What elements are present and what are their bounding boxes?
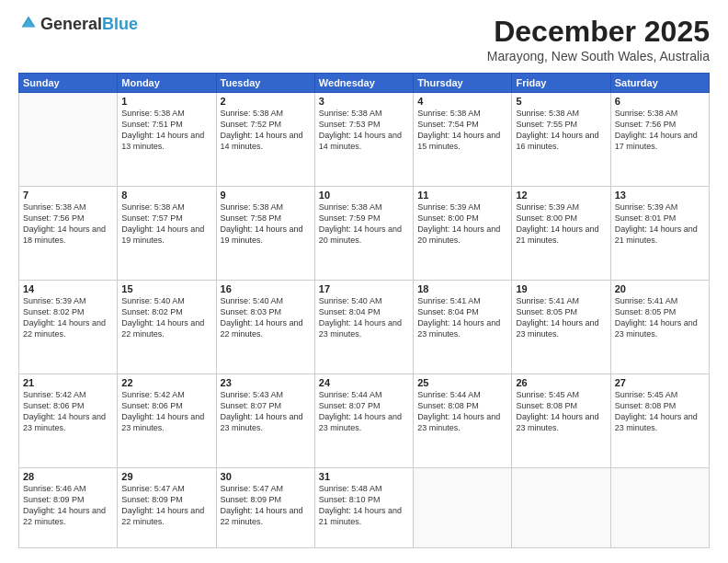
location: Marayong, New South Wales, Australia <box>487 49 710 63</box>
weekday-header-monday: Monday <box>118 74 216 93</box>
day-info: Sunrise: 5:38 AMSunset: 7:54 PMDaylight:… <box>417 108 507 153</box>
calendar-cell: 9Sunrise: 5:38 AMSunset: 7:58 PMDaylight… <box>216 186 314 280</box>
day-number: 4 <box>417 96 507 107</box>
calendar-cell: 5Sunrise: 5:38 AMSunset: 7:55 PMDaylight… <box>512 93 610 187</box>
day-info: Sunrise: 5:38 AMSunset: 7:51 PMDaylight:… <box>121 108 211 153</box>
day-number: 19 <box>516 283 606 294</box>
weekday-header-saturday: Saturday <box>610 74 709 93</box>
weekday-header-wednesday: Wednesday <box>314 74 413 93</box>
calendar-cell: 25Sunrise: 5:44 AMSunset: 8:08 PMDayligh… <box>414 373 512 467</box>
day-info: Sunrise: 5:39 AMSunset: 8:00 PMDaylight:… <box>417 201 507 247</box>
day-number: 2 <box>221 96 311 107</box>
calendar-cell: 22Sunrise: 5:42 AMSunset: 8:06 PMDayligh… <box>118 373 216 467</box>
calendar-cell: 2Sunrise: 5:38 AMSunset: 7:52 PMDaylight… <box>216 93 314 187</box>
day-number: 6 <box>615 96 705 107</box>
calendar-cell: 24Sunrise: 5:44 AMSunset: 8:07 PMDayligh… <box>314 373 413 467</box>
day-info: Sunrise: 5:46 AMSunset: 8:09 PMDaylight:… <box>23 483 113 528</box>
week-row-3: 14Sunrise: 5:39 AMSunset: 8:02 PMDayligh… <box>19 280 710 373</box>
day-number: 10 <box>319 190 409 201</box>
calendar-cell: 13Sunrise: 5:39 AMSunset: 8:01 PMDayligh… <box>610 186 709 280</box>
logo-general-text: General <box>40 15 102 33</box>
day-number: 21 <box>23 377 113 388</box>
day-number: 17 <box>319 283 409 294</box>
day-info: Sunrise: 5:42 AMSunset: 8:06 PMDaylight:… <box>121 389 211 434</box>
day-info: Sunrise: 5:38 AMSunset: 7:56 PMDaylight:… <box>615 108 705 153</box>
logo: GeneralBlue <box>18 15 138 35</box>
calendar-cell: 6Sunrise: 5:38 AMSunset: 7:56 PMDaylight… <box>610 93 709 187</box>
calendar-header-row: SundayMondayTuesdayWednesdayThursdayFrid… <box>19 74 710 93</box>
calendar-cell: 27Sunrise: 5:45 AMSunset: 8:08 PMDayligh… <box>610 373 709 467</box>
day-info: Sunrise: 5:38 AMSunset: 7:58 PMDaylight:… <box>221 201 311 247</box>
calendar-cell: 21Sunrise: 5:42 AMSunset: 8:06 PMDayligh… <box>19 373 118 467</box>
day-info: Sunrise: 5:41 AMSunset: 8:05 PMDaylight:… <box>615 295 705 340</box>
calendar-cell: 8Sunrise: 5:38 AMSunset: 7:57 PMDaylight… <box>118 186 216 280</box>
calendar-cell: 29Sunrise: 5:47 AMSunset: 8:09 PMDayligh… <box>118 467 216 547</box>
calendar-cell: 1Sunrise: 5:38 AMSunset: 7:51 PMDaylight… <box>118 93 216 187</box>
logo-blue-text: Blue <box>102 15 138 33</box>
day-info: Sunrise: 5:40 AMSunset: 8:04 PMDaylight:… <box>319 295 409 340</box>
day-info: Sunrise: 5:38 AMSunset: 7:52 PMDaylight:… <box>221 108 311 153</box>
header: GeneralBlue December 2025 Marayong, New … <box>18 15 710 63</box>
week-row-5: 28Sunrise: 5:46 AMSunset: 8:09 PMDayligh… <box>19 467 710 547</box>
day-number: 31 <box>319 471 409 482</box>
day-info: Sunrise: 5:44 AMSunset: 8:08 PMDaylight:… <box>417 389 507 434</box>
day-info: Sunrise: 5:40 AMSunset: 8:02 PMDaylight:… <box>121 295 211 340</box>
day-number: 15 <box>121 283 211 294</box>
calendar-cell <box>512 467 610 547</box>
day-info: Sunrise: 5:47 AMSunset: 8:09 PMDaylight:… <box>121 483 211 528</box>
calendar-cell: 18Sunrise: 5:41 AMSunset: 8:04 PMDayligh… <box>414 280 512 373</box>
day-info: Sunrise: 5:44 AMSunset: 8:07 PMDaylight:… <box>319 389 409 434</box>
day-info: Sunrise: 5:41 AMSunset: 8:05 PMDaylight:… <box>516 295 606 340</box>
day-number: 18 <box>417 283 507 294</box>
calendar-cell: 10Sunrise: 5:38 AMSunset: 7:59 PMDayligh… <box>314 186 413 280</box>
day-number: 26 <box>516 377 606 388</box>
day-info: Sunrise: 5:38 AMSunset: 7:56 PMDaylight:… <box>23 201 113 247</box>
day-number: 29 <box>121 471 211 482</box>
calendar-cell: 11Sunrise: 5:39 AMSunset: 8:00 PMDayligh… <box>414 186 512 280</box>
day-number: 3 <box>319 96 409 107</box>
day-number: 25 <box>417 377 507 388</box>
month-title: December 2025 <box>487 15 710 49</box>
day-number: 7 <box>23 190 113 201</box>
day-info: Sunrise: 5:47 AMSunset: 8:09 PMDaylight:… <box>221 483 311 528</box>
day-number: 14 <box>23 283 113 294</box>
page: GeneralBlue December 2025 Marayong, New … <box>0 0 728 563</box>
day-number: 30 <box>221 471 311 482</box>
calendar-cell <box>19 93 118 187</box>
calendar-cell: 3Sunrise: 5:38 AMSunset: 7:53 PMDaylight… <box>314 93 413 187</box>
day-info: Sunrise: 5:38 AMSunset: 7:53 PMDaylight:… <box>319 108 409 153</box>
day-info: Sunrise: 5:38 AMSunset: 7:57 PMDaylight:… <box>121 201 211 247</box>
calendar-cell: 12Sunrise: 5:39 AMSunset: 8:00 PMDayligh… <box>512 186 610 280</box>
day-info: Sunrise: 5:38 AMSunset: 7:59 PMDaylight:… <box>319 201 409 247</box>
logo-icon <box>20 15 37 31</box>
calendar-cell: 16Sunrise: 5:40 AMSunset: 8:03 PMDayligh… <box>216 280 314 373</box>
week-row-2: 7Sunrise: 5:38 AMSunset: 7:56 PMDaylight… <box>19 186 710 280</box>
calendar-table: SundayMondayTuesdayWednesdayThursdayFrid… <box>18 73 710 548</box>
weekday-header-thursday: Thursday <box>414 74 512 93</box>
day-number: 9 <box>221 190 311 201</box>
day-number: 5 <box>516 96 606 107</box>
day-info: Sunrise: 5:39 AMSunset: 8:02 PMDaylight:… <box>23 295 113 340</box>
day-number: 22 <box>121 377 211 388</box>
day-number: 28 <box>23 471 113 482</box>
day-info: Sunrise: 5:45 AMSunset: 8:08 PMDaylight:… <box>615 389 705 434</box>
day-info: Sunrise: 5:38 AMSunset: 7:55 PMDaylight:… <box>516 108 606 153</box>
day-info: Sunrise: 5:45 AMSunset: 8:08 PMDaylight:… <box>516 389 606 434</box>
calendar-cell: 14Sunrise: 5:39 AMSunset: 8:02 PMDayligh… <box>19 280 118 373</box>
day-number: 27 <box>615 377 705 388</box>
calendar-cell: 7Sunrise: 5:38 AMSunset: 7:56 PMDaylight… <box>19 186 118 280</box>
day-info: Sunrise: 5:39 AMSunset: 8:01 PMDaylight:… <box>615 201 705 247</box>
day-info: Sunrise: 5:48 AMSunset: 8:10 PMDaylight:… <box>319 483 409 528</box>
calendar-cell: 17Sunrise: 5:40 AMSunset: 8:04 PMDayligh… <box>314 280 413 373</box>
day-info: Sunrise: 5:39 AMSunset: 8:00 PMDaylight:… <box>516 201 606 247</box>
day-number: 23 <box>221 377 311 388</box>
calendar-cell <box>414 467 512 547</box>
calendar-cell: 20Sunrise: 5:41 AMSunset: 8:05 PMDayligh… <box>610 280 709 373</box>
calendar-cell: 28Sunrise: 5:46 AMSunset: 8:09 PMDayligh… <box>19 467 118 547</box>
week-row-1: 1Sunrise: 5:38 AMSunset: 7:51 PMDaylight… <box>19 93 710 187</box>
calendar-cell: 23Sunrise: 5:43 AMSunset: 8:07 PMDayligh… <box>216 373 314 467</box>
day-info: Sunrise: 5:42 AMSunset: 8:06 PMDaylight:… <box>23 389 113 434</box>
day-info: Sunrise: 5:40 AMSunset: 8:03 PMDaylight:… <box>221 295 311 340</box>
day-number: 13 <box>615 190 705 201</box>
day-info: Sunrise: 5:41 AMSunset: 8:04 PMDaylight:… <box>417 295 507 340</box>
